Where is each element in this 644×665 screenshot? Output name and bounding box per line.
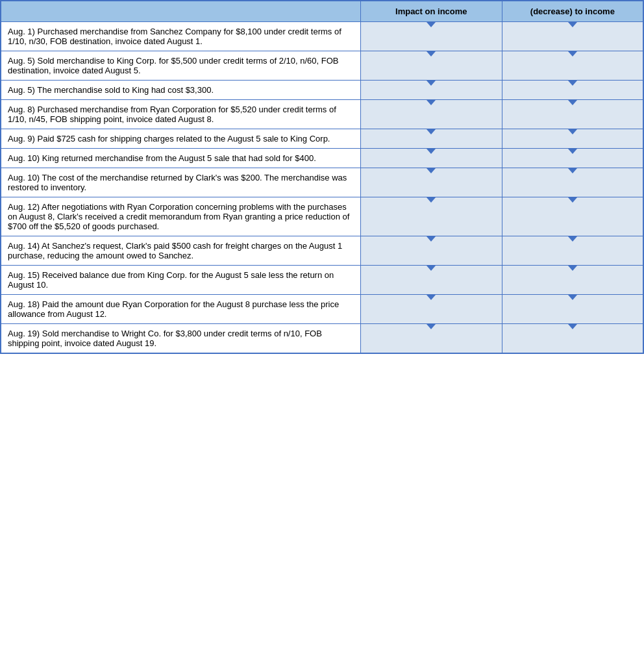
table-row-col3: [502, 100, 643, 129]
table-row-col2: [360, 129, 502, 149]
table-row-col3: [502, 236, 643, 266]
table-row-col2: [360, 197, 502, 236]
table-row-description: Aug. 8) Purchased merchandise from Ryan …: [1, 100, 360, 129]
header-impact-on-income: Impact on income: [360, 1, 502, 22]
table-row-col3: [502, 168, 643, 197]
table-row-col3: [502, 22, 643, 51]
table-row-description: Aug. 12) After negotiations with Ryan Co…: [1, 197, 360, 236]
table-row-col2: [360, 295, 502, 324]
table-row-col2: [360, 22, 502, 51]
table-row-col3: [502, 149, 643, 168]
table-row-description: Aug. 14) At Sanchez's request, Clark's p…: [1, 236, 360, 266]
table-row-col2: [360, 266, 502, 295]
table-row-col3: [502, 197, 643, 236]
table-row-description: Aug. 10) King returned merchandise from …: [1, 149, 360, 168]
table-row-description: Aug. 18) Paid the amount due Ryan Corpor…: [1, 295, 360, 324]
table-row-description: Aug. 9) Paid $725 cash for shipping char…: [1, 129, 360, 149]
table-row-col2: [360, 81, 502, 100]
table-row-description: Aug. 19) Sold merchandise to Wright Co. …: [1, 324, 360, 354]
table-row-col3: [502, 295, 643, 324]
table-row-col2: [360, 236, 502, 266]
table-row-col2: [360, 51, 502, 81]
table-row-col3: [502, 129, 643, 149]
table-row-col3: [502, 81, 643, 100]
table-row-col2: [360, 324, 502, 354]
table-row-col2: [360, 168, 502, 197]
table-row-description: Aug. 5) Sold merchandise to King Corp. f…: [1, 51, 360, 81]
table-row-description: Aug. 15) Received balance due from King …: [1, 266, 360, 295]
table-row-col3: [502, 266, 643, 295]
table-row-col2: [360, 100, 502, 129]
table-row-col3: [502, 324, 643, 354]
table-row-description: Aug. 10) The cost of the merchandise ret…: [1, 168, 360, 197]
header-decrease-to-income: (decrease) to income: [502, 1, 643, 22]
main-table: Impact on income (decrease) to income Au…: [0, 0, 644, 354]
table-row-description: Aug. 5) The merchandise sold to King had…: [1, 81, 360, 100]
table-row-col2: [360, 149, 502, 168]
table-row-col3: [502, 51, 643, 81]
header-description: [1, 1, 360, 22]
table-row-description: Aug. 1) Purchased merchandise from Sanch…: [1, 22, 360, 51]
